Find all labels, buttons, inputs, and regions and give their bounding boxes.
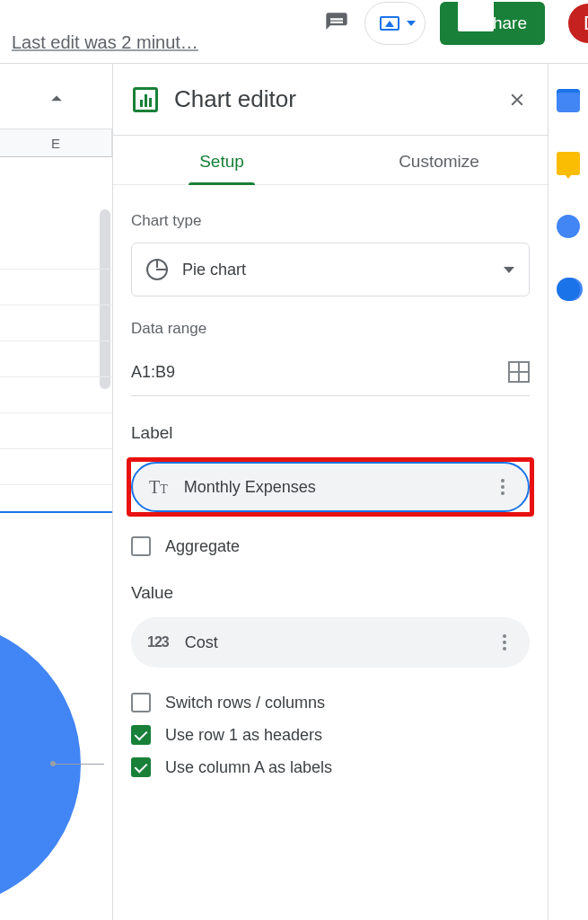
keep-icon[interactable] (557, 152, 580, 175)
tasks-icon[interactable] (557, 215, 580, 238)
collapse-chevron-icon[interactable] (38, 80, 75, 118)
value-field-value: Cost (185, 633, 218, 652)
grid-rows (0, 234, 112, 485)
label-highlight: TT Monthly Expenses (127, 457, 534, 517)
label-field-value: Monthly Expenses (184, 478, 316, 497)
aggregate-checkbox-row[interactable]: Aggregate (131, 536, 530, 556)
data-range-row: A1:B9 (131, 350, 530, 396)
tab-setup[interactable]: Setup (113, 136, 330, 184)
pie-center-dot (50, 761, 56, 766)
share-button[interactable]: Share (440, 2, 545, 45)
present-icon (380, 16, 399, 31)
text-type-icon: TT (149, 477, 168, 498)
tab-customize[interactable]: Customize (330, 136, 548, 184)
use-row1-label: Use row 1 as headers (165, 726, 322, 745)
chevron-down-icon (504, 267, 514, 273)
column-header-e[interactable]: E (0, 129, 112, 156)
label-field[interactable]: TT Monthly Expenses (131, 462, 530, 512)
last-edit-link[interactable]: Last edit was 2 minut… (12, 32, 198, 53)
data-range-label: Data range (131, 320, 530, 338)
switch-rows-cols-row[interactable]: Switch rows / columns (131, 693, 530, 712)
present-button[interactable] (364, 2, 426, 45)
use-row1-checkbox[interactable] (131, 725, 151, 745)
panel-body: Chart type Pie chart Data range A1:B9 La… (113, 185, 548, 920)
comments-icon[interactable] (323, 10, 350, 37)
topbar-actions: Share D (323, 2, 588, 45)
switch-rows-cols-label: Switch rows / columns (165, 694, 325, 712)
lock-icon (458, 15, 472, 31)
select-range-icon[interactable] (508, 361, 530, 383)
aggregate-checkbox[interactable] (131, 536, 151, 556)
chevron-down-icon (407, 21, 416, 26)
chart-type-label: Chart type (131, 212, 530, 230)
number-type-icon: 123 (147, 634, 169, 650)
more-icon[interactable] (494, 472, 512, 502)
calendar-icon[interactable] (557, 89, 580, 112)
value-heading: Value (131, 583, 530, 603)
main: E Chart editor Setup Customize Chart typ… (0, 64, 588, 920)
column-header-row: E (0, 128, 112, 157)
value-field[interactable]: 123 Cost (131, 617, 530, 668)
use-colA-row[interactable]: Use column A as labels (131, 757, 530, 777)
selection-line (0, 511, 112, 513)
panel-title: Chart editor (174, 85, 490, 113)
pie-chart-preview[interactable] (0, 621, 81, 908)
pie-radius-line (50, 764, 104, 765)
label-heading: Label (131, 423, 530, 443)
panel-header: Chart editor (113, 64, 548, 135)
aggregate-label: Aggregate (165, 537, 240, 556)
side-rail (549, 64, 588, 920)
use-colA-checkbox[interactable] (131, 757, 151, 777)
close-icon[interactable] (506, 89, 528, 111)
topbar: Last edit was 2 minut… Share D (0, 0, 588, 63)
avatar[interactable]: D (568, 4, 588, 43)
chart-editor-panel: Chart editor Setup Customize Chart type … (113, 64, 549, 920)
spreadsheet-area: E (0, 64, 113, 920)
chart-type-select[interactable]: Pie chart (131, 243, 530, 296)
chart-icon (133, 87, 158, 112)
chart-type-value: Pie chart (182, 261, 246, 279)
data-range-input[interactable]: A1:B9 (131, 363, 508, 382)
use-colA-label: Use column A as labels (165, 758, 332, 777)
switch-rows-cols-checkbox[interactable] (131, 693, 151, 712)
contacts-icon[interactable] (557, 278, 580, 301)
tabs: Setup Customize (113, 136, 548, 185)
more-icon[interactable] (496, 627, 513, 658)
use-row1-row[interactable]: Use row 1 as headers (131, 725, 530, 745)
pie-chart-icon (146, 259, 168, 280)
